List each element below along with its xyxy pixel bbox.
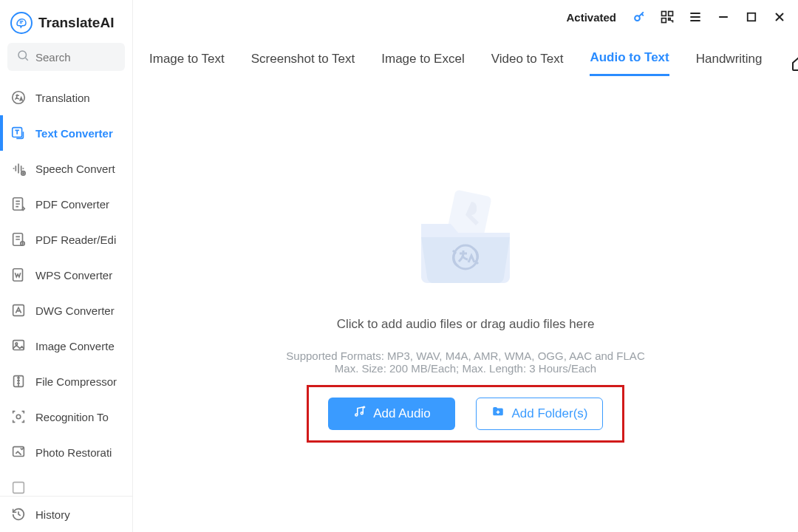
sidebar-item-label: Image Converte [35,340,115,352]
titlebar: Activated [133,0,798,34]
sidebar-item-speech-convert[interactable]: Speech Convert [0,151,132,186]
svg-point-22 [355,414,358,416]
sidebar-item-label: DWG Converter [35,304,115,317]
sidebar-footer: History [0,496,132,532]
app-brand: TranslateAI [38,15,114,31]
search-input[interactable] [35,51,116,64]
sidebar-item-pdf-reader[interactable]: PDF Reader/Edi [0,222,132,257]
sidebar-item-text-converter[interactable]: Text Converter [0,115,132,151]
sidebar-item-file-compressor[interactable]: File Compressor [0,364,132,399]
maximize-icon[interactable] [743,9,760,25]
sidebar-item-label: WPS Converter [35,269,112,282]
tab-image-to-excel[interactable]: Image to Excel [381,52,464,75]
close-icon[interactable] [771,9,788,25]
sidebar-item-pdf-converter[interactable]: PDF Converter [0,186,132,222]
action-buttons-highlight: Add Audio Add Folder(s) [307,385,624,443]
recognition-icon [10,409,27,425]
sidebar-item-extra[interactable] [0,470,132,496]
pdf-convert-icon [10,196,27,212]
translate-icon [10,89,27,106]
speech-icon [10,160,27,177]
sidebar-item-image-converter[interactable]: Image Converte [0,328,132,364]
add-folder-button[interactable]: Add Folder(s) [476,398,603,430]
tabs-row: Image to Text Screenshot to Text Image t… [133,34,798,82]
tab-screenshot-to-text[interactable]: Screenshot to Text [251,52,355,75]
sidebar-item-history[interactable]: History [0,497,132,532]
dwg-icon [10,302,27,318]
sidebar-item-label: Translation [35,92,90,104]
folder-plus-icon [491,405,505,422]
svg-rect-16 [662,12,666,16]
search-wrap [0,43,132,80]
tab-image-to-text[interactable]: Image to Text [149,52,225,75]
size-limits: Max. Size: 200 MB/Each; Max. Length: 3 H… [335,362,596,375]
image-convert-icon [10,338,27,354]
home-button[interactable] [788,53,798,74]
drop-zone[interactable]: Click to add audio files or drag audio f… [133,82,798,532]
svg-point-1 [13,92,25,104]
svg-rect-18 [662,18,666,23]
main-area: Activated Image to Text Screenshot to Te… [133,0,798,532]
sidebar-item-recognition[interactable]: Recognition To [0,399,132,434]
tab-video-to-text[interactable]: Video to Text [491,52,564,75]
sidebar-item-photo-restoration[interactable]: Photo Restorati [0,434,132,470]
add-audio-label: Add Audio [373,406,431,421]
svg-point-12 [16,415,21,419]
extra-icon [10,480,27,496]
svg-point-15 [635,16,640,21]
svg-rect-17 [669,12,673,16]
pdf-reader-icon [10,231,27,248]
app-logo-row: TranslateAI [0,0,132,43]
sidebar-item-label: Speech Convert [35,163,115,175]
sidebar-nav: Translation Text Converter Speech Conver… [0,80,132,496]
qr-icon[interactable] [659,9,675,25]
sidebar-item-label: Recognition To [35,411,109,423]
text-convert-icon [10,125,27,141]
history-icon [10,506,27,522]
wps-icon [10,267,27,283]
sidebar: TranslateAI Translation Text Converter S… [0,0,133,532]
sidebar-item-dwg-converter[interactable]: DWG Converter [0,293,132,328]
tab-audio-to-text[interactable]: Audio to Text [590,50,669,76]
svg-point-23 [361,412,363,415]
folder-illustration [399,180,532,298]
activation-status: Activated [566,11,616,24]
sidebar-item-label: PDF Converter [35,198,109,211]
add-folder-label: Add Folder(s) [512,406,588,421]
photo-restore-icon [10,444,27,460]
drop-prompt: Click to add audio files or drag audio f… [337,317,595,332]
supported-formats: Supported Formats: MP3, WAV, M4A, AMR, W… [286,349,644,362]
search-icon [16,49,30,65]
sidebar-item-label: Photo Restorati [35,446,112,459]
sidebar-item-label: File Compressor [35,375,117,388]
sidebar-item-wps-converter[interactable]: WPS Converter [0,257,132,293]
svg-rect-9 [13,341,24,350]
sidebar-item-label: PDF Reader/Edi [35,233,116,246]
key-icon[interactable] [631,9,647,25]
search-box[interactable] [7,43,125,71]
music-plus-icon [352,405,366,422]
svg-rect-14 [13,482,24,494]
minimize-icon[interactable] [715,9,732,25]
svg-rect-19 [748,13,756,21]
compress-icon [10,373,27,389]
app-logo-icon [10,12,33,34]
sidebar-item-label: History [35,508,70,521]
sidebar-item-translation[interactable]: Translation [0,80,132,115]
svg-point-0 [18,51,27,59]
add-audio-button[interactable]: Add Audio [328,398,455,430]
sidebar-item-label: Text Converter [35,127,113,140]
menu-icon[interactable] [687,9,703,25]
tab-handwriting[interactable]: Handwriting [696,52,763,75]
